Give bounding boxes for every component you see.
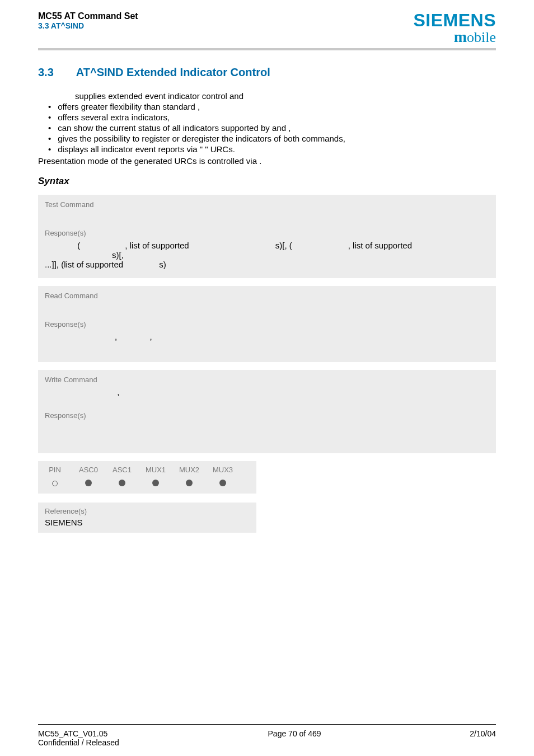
- syntax-heading: Syntax: [38, 176, 496, 187]
- dot-cell: [72, 476, 105, 494]
- panel-body: ,: [38, 384, 496, 406]
- feature-text: displays all indicator event reports via…: [58, 144, 235, 154]
- dot-icon: [85, 480, 92, 486]
- dot-icon: [152, 480, 159, 486]
- panel-label: Test Command: [38, 195, 496, 209]
- dot-icon: [119, 480, 125, 486]
- dot-cell: [206, 476, 240, 494]
- feature-item: gives the possibility to register or der…: [48, 134, 496, 143]
- reference-label: Reference(s): [45, 507, 250, 515]
- feature-item: offers greater flexibility than standard…: [48, 102, 496, 111]
- resp-seg: s): [159, 260, 166, 269]
- panel-body: ( , list of supported s)[, ( , list of s…: [38, 237, 496, 278]
- section-title: AT^SIND Extended Indicator Control: [76, 66, 270, 79]
- footer-page: Page 70 of 469: [268, 729, 321, 747]
- brand-logo: SIEMENS mobile: [413, 11, 496, 45]
- section-number: 3.3: [38, 66, 54, 79]
- brand-siemens-text: SIEMENS: [413, 11, 496, 29]
- col-header: ASC0: [72, 461, 105, 476]
- resp-seg: s)[, (: [275, 241, 292, 250]
- presentation-line: Presentation mode of the generated URCs …: [38, 156, 496, 166]
- resp-seg: s)[,: [112, 250, 124, 260]
- dot-cell: [105, 476, 139, 494]
- feature-list: offers greater flexibility than standard…: [38, 102, 496, 154]
- panel-label: Response(s): [38, 314, 496, 328]
- response-line: ( , list of supported s)[, ( , list of s…: [45, 241, 489, 260]
- feature-text: gives the possibility to register or der…: [58, 134, 345, 143]
- panel-body: [38, 420, 496, 453]
- response-line: , ,: [45, 332, 489, 341]
- panel-body: , ,: [38, 328, 496, 362]
- panel-label: Read Command: [38, 286, 496, 300]
- panel-label: Response(s): [38, 406, 496, 420]
- intro-line: supplies extended event indicator contro…: [75, 91, 496, 101]
- feature-item: displays all indicator event reports via…: [48, 144, 496, 154]
- panel-body: [38, 209, 496, 223]
- resp-seg: , list of supported: [125, 241, 191, 250]
- brand-mobile-bold: m: [454, 28, 467, 45]
- page-header: MC55 AT Command Set 3.3 AT^SIND SIEMENS …: [38, 11, 496, 45]
- section-heading: 3.3 AT^SIND Extended Indicator Control: [38, 66, 496, 79]
- dot-icon: [186, 480, 193, 486]
- footer-left: MC55_ATC_V01.05 Confidential / Released: [38, 729, 119, 747]
- feature-text: offers several extra indicators,: [58, 112, 170, 122]
- panel-label: Response(s): [38, 223, 496, 237]
- feature-text: offers greater flexibility than standard…: [58, 102, 200, 111]
- page-footer: MC55_ATC_V01.05 Confidential / Released …: [38, 729, 496, 747]
- header-rule: [38, 48, 496, 50]
- resp-seg: ...]], (list of supported: [45, 260, 125, 269]
- header-left: MC55 AT Command Set 3.3 AT^SIND: [38, 11, 138, 30]
- panel-body: [38, 300, 496, 314]
- dot-cell: [172, 476, 206, 494]
- reference-value: SIEMENS: [45, 518, 250, 527]
- dot-cell: [38, 476, 72, 494]
- col-header: ASC1: [105, 461, 139, 476]
- response-line: ...]], (list of supported s): [45, 260, 489, 269]
- dot-icon: [52, 481, 58, 486]
- col-header: MUX1: [139, 461, 172, 476]
- write-line: ,: [45, 387, 489, 397]
- col-header: PIN: [38, 461, 72, 476]
- col-header: MUX2: [172, 461, 206, 476]
- product-title: MC55 AT Command Set: [38, 11, 138, 21]
- dot-cell: [139, 476, 172, 494]
- resp-seg: (: [45, 241, 80, 250]
- brand-mobile-text: mobile: [413, 29, 496, 45]
- brand-mobile-rest: obile: [467, 29, 496, 45]
- reference-panel: Reference(s) SIEMENS: [38, 503, 256, 533]
- resp-seg: , list of supported: [348, 241, 414, 250]
- feature-item: can show the current status of all indic…: [48, 123, 496, 133]
- section-ref: 3.3 AT^SIND: [38, 21, 138, 30]
- footer-rule: [38, 724, 496, 725]
- read-command-panel: Read Command Response(s) , ,: [38, 286, 496, 362]
- feature-item: offers several extra indicators,: [48, 112, 496, 122]
- write-command-panel: Write Command , Response(s): [38, 370, 496, 453]
- footer-version: MC55_ATC_V01.05: [38, 729, 119, 738]
- panel-label: Write Command: [38, 370, 496, 384]
- availability-table: PIN ASC0 ASC1 MUX1 MUX2 MUX3: [38, 461, 256, 494]
- footer-date: 2/10/04: [470, 729, 496, 747]
- footer-confidential: Confidential / Released: [38, 738, 119, 747]
- feature-text: can show the current status of all indic…: [58, 123, 291, 133]
- col-header: MUX3: [206, 461, 240, 476]
- test-command-panel: Test Command Response(s) ( , list of sup…: [38, 195, 496, 278]
- dot-icon: [219, 480, 226, 486]
